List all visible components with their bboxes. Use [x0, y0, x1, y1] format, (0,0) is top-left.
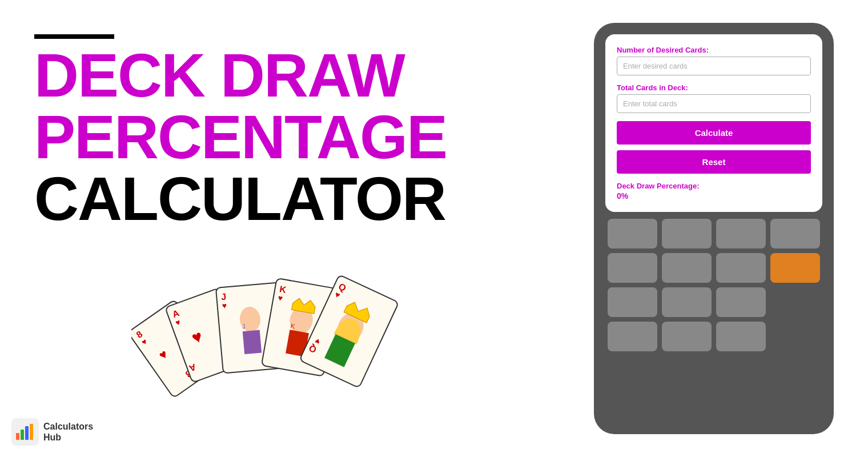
calculator-device: Number of Desired Cards: Total Cards in … — [594, 23, 834, 434]
svg-text:♥: ♥ — [222, 301, 227, 311]
title-accent-bar — [34, 34, 114, 39]
title-line3-row: CALCULATOR — [34, 168, 434, 230]
svg-text:J: J — [242, 323, 246, 330]
key-2[interactable] — [662, 219, 712, 248]
total-cards-label: Total Cards in Deck: — [617, 83, 811, 92]
key-11[interactable] — [608, 322, 657, 351]
logo-text: Calculators Hub — [43, 421, 93, 443]
cards-illustration: 8 ♥ 8 ♥ A ♥ A ♥ J ♥ J K ♥ — [131, 251, 405, 428]
calculator-screen: Number of Desired Cards: Total Cards in … — [605, 34, 822, 212]
logo-icon — [11, 418, 39, 446]
key-9[interactable] — [662, 287, 712, 317]
key-1[interactable] — [608, 219, 657, 248]
result-value: 0% — [617, 191, 811, 201]
key-12[interactable] — [662, 322, 712, 351]
logo-area: Calculators Hub — [11, 418, 93, 446]
calculator-body: Number of Desired Cards: Total Cards in … — [594, 23, 834, 434]
key-5[interactable] — [608, 253, 657, 283]
desired-cards-input[interactable] — [617, 57, 811, 75]
key-3[interactable] — [716, 219, 766, 248]
key-10[interactable] — [716, 287, 766, 317]
total-cards-input[interactable] — [617, 94, 811, 113]
svg-rect-14 — [243, 330, 262, 354]
svg-rect-31 — [16, 433, 19, 440]
key-enter[interactable] — [770, 253, 820, 283]
svg-text:J: J — [221, 292, 227, 302]
reset-button[interactable]: Reset — [617, 150, 811, 174]
svg-rect-32 — [21, 430, 24, 440]
result-label: Deck Draw Percentage: — [617, 182, 811, 190]
key-6[interactable] — [662, 253, 712, 283]
logo-name2: Hub — [43, 432, 93, 443]
logo-svg — [15, 422, 35, 442]
left-section: DECK DRAW PERCENTAGE CALCULATOR — [34, 34, 434, 230]
calculate-button[interactable]: Calculate — [617, 121, 811, 145]
key-7[interactable] — [716, 253, 766, 283]
title-line3: CALCULATOR — [34, 168, 445, 230]
calculator-keypad — [605, 219, 822, 351]
key-13[interactable] — [716, 322, 766, 351]
svg-rect-34 — [30, 424, 33, 440]
key-4[interactable] — [770, 219, 820, 248]
playing-cards-svg: 8 ♥ 8 ♥ A ♥ A ♥ J ♥ J K ♥ — [131, 251, 405, 428]
logo-name1: Calculators — [43, 421, 93, 432]
title-line2: PERCENTAGE — [34, 106, 434, 168]
desired-cards-label: Number of Desired Cards: — [617, 46, 811, 54]
title-line1: DECK DRAW — [34, 45, 434, 106]
key-8[interactable] — [608, 287, 657, 317]
svg-rect-33 — [25, 426, 29, 440]
